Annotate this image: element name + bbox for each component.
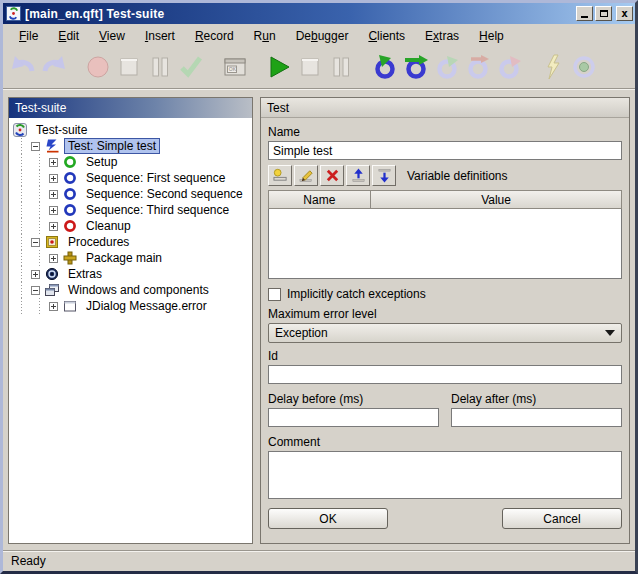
menu-clients[interactable]: Clients	[358, 26, 415, 46]
record-button[interactable]	[82, 53, 113, 84]
minimize-button[interactable]	[576, 6, 593, 21]
breakpoint-button[interactable]	[568, 53, 599, 84]
tree-row[interactable]: Cleanup	[13, 218, 250, 234]
undo-icon	[10, 54, 36, 83]
tree-row[interactable]: Setup	[13, 154, 250, 170]
expand-icon[interactable]	[49, 302, 58, 311]
column-header-value[interactable]: Value	[370, 190, 623, 209]
status-bar: Ready	[3, 550, 635, 571]
menu-debugger[interactable]: Debugger	[286, 26, 359, 46]
menu-file[interactable]: File	[9, 26, 48, 46]
step-out-button[interactable]	[431, 53, 462, 84]
undo-button[interactable]	[7, 53, 38, 84]
ok-dialog-button[interactable]: OK	[219, 53, 250, 84]
redo-button[interactable]	[38, 53, 69, 84]
check-record-icon	[178, 54, 204, 83]
comment-input[interactable]	[268, 451, 622, 499]
menu-run[interactable]: Run	[244, 26, 286, 46]
menu-view[interactable]: View	[89, 26, 135, 46]
variables-table: Name Value	[268, 190, 622, 279]
delay-after-label: Delay after (ms)	[451, 392, 622, 406]
tree-guide	[13, 154, 31, 170]
svg-text:OK: OK	[228, 66, 236, 72]
tree-row[interactable]: Test-suite	[13, 122, 250, 138]
toolbar-group	[537, 53, 599, 84]
max-error-level-select[interactable]: Exception	[268, 323, 622, 343]
expand-icon[interactable]	[49, 206, 58, 215]
skip-out-icon	[465, 54, 491, 83]
delay-after-input[interactable]	[451, 408, 622, 427]
stop-run-button[interactable]	[294, 53, 325, 84]
menu-extras[interactable]: Extras	[415, 26, 469, 46]
menu-edit[interactable]: Edit	[48, 26, 89, 46]
check-record-button[interactable]	[175, 53, 206, 84]
catch-exceptions-row: Implicitly catch exceptions	[268, 287, 622, 301]
id-label: Id	[268, 349, 622, 363]
skip-out-button[interactable]	[462, 53, 493, 84]
tree-row[interactable]: Sequence: Third sequence	[13, 202, 250, 218]
tree-row[interactable]: Extras	[13, 266, 250, 282]
expand-icon[interactable]	[49, 222, 58, 231]
move-row-down-button[interactable]	[372, 165, 396, 186]
tree-guide	[31, 186, 49, 202]
tree-guide	[13, 298, 31, 314]
cancel-button[interactable]: Cancel	[502, 508, 622, 529]
expand-icon[interactable]	[49, 190, 58, 199]
return-node-button[interactable]	[493, 53, 524, 84]
test-icon	[45, 139, 64, 153]
maximize-button[interactable]	[595, 6, 612, 21]
menu-insert[interactable]: Insert	[135, 26, 185, 46]
collapse-icon[interactable]	[31, 238, 40, 247]
ok-button[interactable]: OK	[268, 508, 388, 529]
step-over-button[interactable]	[400, 53, 431, 84]
expand-icon[interactable]	[49, 158, 58, 167]
tree-node-label: Windows and components	[64, 282, 213, 298]
collapse-icon[interactable]	[31, 286, 40, 295]
catch-exceptions-checkbox[interactable]	[268, 288, 281, 301]
menu-help[interactable]: Help	[469, 26, 514, 46]
tree-node-label: Package main	[82, 250, 166, 266]
sequence-icon	[63, 187, 82, 201]
delete-row-button[interactable]	[320, 165, 344, 186]
delay-before-input[interactable]	[268, 408, 439, 427]
interrupt-button[interactable]	[537, 53, 568, 84]
step-into-icon	[372, 54, 398, 83]
step-out-icon	[434, 54, 460, 83]
run-button[interactable]	[263, 53, 294, 84]
stop-record-icon	[116, 54, 142, 83]
new-row-button[interactable]	[268, 165, 292, 186]
pause-run-button[interactable]	[325, 53, 356, 84]
edit-row-button[interactable]	[294, 165, 318, 186]
expand-icon[interactable]	[49, 254, 58, 263]
run-icon	[266, 54, 292, 83]
collapse-icon[interactable]	[31, 142, 40, 151]
tree-row[interactable]: Sequence: Second sequence	[13, 186, 250, 202]
step-into-button[interactable]	[369, 53, 400, 84]
menu-bar: FileEditViewInsertRecordRunDebuggerClien…	[3, 24, 635, 48]
menu-record[interactable]: Record	[185, 26, 244, 46]
sequence-icon	[63, 203, 82, 217]
column-header-name[interactable]: Name	[268, 190, 371, 209]
tree-node-label: Sequence: Third sequence	[82, 202, 233, 218]
tree-guide	[13, 170, 31, 186]
move-row-up-button[interactable]	[346, 165, 370, 186]
expand-icon[interactable]	[49, 174, 58, 183]
tree-row[interactable]: Sequence: First sequence	[13, 170, 250, 186]
tree-guide	[31, 154, 49, 170]
tree-row[interactable]: Package main	[13, 250, 250, 266]
tree-row[interactable]: Procedures	[13, 234, 250, 250]
tree-guide	[13, 202, 31, 218]
expand-icon[interactable]	[31, 270, 40, 279]
close-button[interactable]: x	[616, 6, 633, 21]
name-input[interactable]	[268, 141, 622, 160]
tree-row[interactable]: Windows and components	[13, 282, 250, 298]
dialog-icon	[63, 299, 82, 313]
tree-row[interactable]: Test: Simple test	[13, 138, 250, 154]
variable-buttons	[268, 165, 398, 186]
stop-record-button[interactable]	[113, 53, 144, 84]
pause-record-button[interactable]	[144, 53, 175, 84]
breakpoint-icon	[571, 54, 597, 83]
tree-row[interactable]: JDialog Message.error	[13, 298, 250, 314]
id-input[interactable]	[268, 365, 622, 384]
variables-table-body[interactable]	[268, 209, 622, 279]
